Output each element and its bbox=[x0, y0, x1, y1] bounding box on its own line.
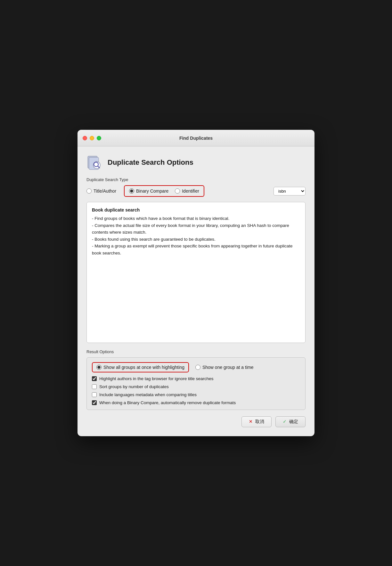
window-title: Find Duplicates bbox=[179, 136, 213, 141]
checkbox-sort-groups[interactable] bbox=[92, 384, 97, 389]
radio-title-author[interactable]: Title/Author bbox=[86, 188, 116, 194]
cancel-label: 取消 bbox=[255, 419, 264, 424]
radio-title-author-input[interactable] bbox=[86, 188, 92, 194]
find-duplicates-window: Find Duplicates Duplicate Search Options… bbox=[78, 130, 314, 436]
checkbox-auto-remove-row: When doing a Binary Compare, automatical… bbox=[92, 400, 300, 405]
radio-binary-compare-input[interactable] bbox=[129, 188, 134, 194]
checkbox-include-languages[interactable] bbox=[92, 392, 97, 397]
radio-show-one-group[interactable]: Show one group at a time bbox=[195, 365, 254, 370]
cancel-icon: ✕ bbox=[249, 419, 253, 424]
window-controls bbox=[83, 136, 101, 140]
result-options-box: Show all groups at once with highlightin… bbox=[86, 357, 306, 410]
titlebar: Find Duplicates bbox=[78, 130, 314, 146]
app-icon bbox=[86, 154, 103, 171]
ok-button[interactable]: ✓ 确定 bbox=[275, 416, 306, 427]
desc-line-1: - Compares the actual file size of every… bbox=[92, 223, 289, 235]
radio-show-one-input[interactable] bbox=[195, 365, 200, 370]
checkbox-sort-groups-row: Sort groups by number of duplicates bbox=[92, 384, 300, 389]
header-section: Duplicate Search Options bbox=[86, 154, 306, 171]
description-text: - Find groups of books which have a book… bbox=[92, 215, 300, 257]
radio-show-all-label: Show all groups at once with highlightin… bbox=[103, 365, 184, 370]
desc-line-0: - Find groups of books which have a book… bbox=[92, 216, 229, 221]
radio-show-one-label: Show one group at a time bbox=[202, 365, 254, 370]
search-type-row: Title/Author Binary Compare Identifier i… bbox=[86, 185, 306, 197]
description-title: Book duplicate search bbox=[92, 207, 300, 212]
close-button[interactable] bbox=[83, 136, 87, 140]
identifier-select[interactable]: isbn uuid asin doi bbox=[274, 187, 306, 196]
checkbox-highlight-authors-row: Highlight authors in the tag browser for… bbox=[92, 376, 300, 381]
ok-icon: ✓ bbox=[283, 419, 287, 424]
radio-identifier-input[interactable] bbox=[175, 188, 180, 194]
desc-line-2: - Books found using this search are guar… bbox=[92, 237, 216, 242]
checkbox-highlight-authors[interactable] bbox=[92, 376, 97, 381]
show-all-groups-highlight: Show all groups at once with highlightin… bbox=[92, 362, 189, 372]
checkbox-auto-remove[interactable] bbox=[92, 400, 97, 405]
checkbox-sort-groups-label: Sort groups by number of duplicates bbox=[99, 384, 169, 389]
search-type-label: Duplicate Search Type bbox=[86, 177, 306, 182]
radio-identifier[interactable]: Identifier bbox=[175, 188, 199, 194]
search-type-highlight-box: Binary Compare Identifier bbox=[124, 185, 204, 197]
radio-binary-compare-label: Binary Compare bbox=[136, 188, 168, 194]
button-row: ✕ 取消 ✓ 确定 bbox=[86, 416, 306, 427]
cancel-button[interactable]: ✕ 取消 bbox=[241, 416, 272, 427]
desc-line-3: - Marking a group as exempt will prevent… bbox=[92, 244, 293, 255]
maximize-button[interactable] bbox=[97, 136, 101, 140]
radio-title-author-label: Title/Author bbox=[94, 188, 116, 194]
checkbox-auto-remove-label: When doing a Binary Compare, automatical… bbox=[99, 400, 236, 405]
ok-label: 确定 bbox=[289, 419, 298, 424]
minimize-button[interactable] bbox=[90, 136, 94, 140]
display-mode-row: Show all groups at once with highlightin… bbox=[92, 362, 300, 372]
radio-binary-compare[interactable]: Binary Compare bbox=[129, 188, 168, 194]
radio-show-all-input[interactable] bbox=[96, 365, 102, 370]
checkbox-include-languages-label: Include languages metadata when comparin… bbox=[99, 392, 197, 397]
description-box: Book duplicate search - Find groups of b… bbox=[86, 202, 306, 343]
radio-show-all-groups[interactable]: Show all groups at once with highlightin… bbox=[96, 365, 184, 370]
checkbox-highlight-authors-label: Highlight authors in the tag browser for… bbox=[99, 376, 213, 381]
page-title: Duplicate Search Options bbox=[108, 158, 193, 167]
result-options-label: Result Options bbox=[86, 349, 306, 354]
content-area: Duplicate Search Options Duplicate Searc… bbox=[78, 146, 314, 436]
checkbox-include-languages-row: Include languages metadata when comparin… bbox=[92, 392, 300, 397]
radio-identifier-label: Identifier bbox=[182, 188, 199, 194]
